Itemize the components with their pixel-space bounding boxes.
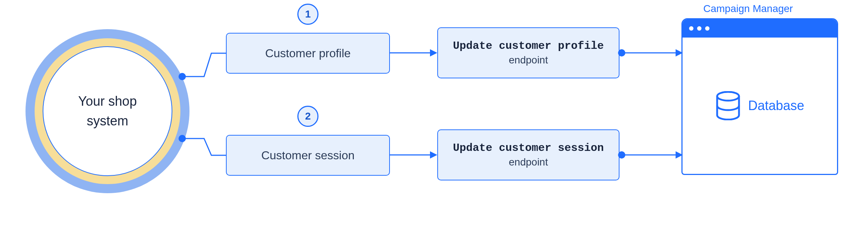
svg-marker-4 <box>430 151 437 159</box>
svg-marker-8 <box>676 151 683 159</box>
svg-marker-3 <box>430 49 437 56</box>
connector-source-to-profile <box>179 51 230 80</box>
arrow-endpoint1-to-db <box>617 47 683 58</box>
campaign-manager-window: Database <box>681 18 838 175</box>
box-label: Customer session <box>261 149 355 162</box>
window-dot-icon <box>705 26 709 31</box>
browser-titlebar <box>683 19 837 38</box>
endpoint-title: Update customer profile <box>453 40 604 52</box>
box-customer-session: Customer session <box>226 135 390 176</box>
box-label: Customer profile <box>265 47 351 60</box>
source-label-line1: Your shop <box>78 91 137 111</box>
browser-body: Database <box>683 38 837 174</box>
endpoint-title: Update customer session <box>453 142 604 154</box>
endpoint-sub: endpoint <box>509 54 548 66</box>
svg-marker-6 <box>676 49 683 56</box>
database-label: Database <box>748 98 804 113</box>
endpoint-sub: endpoint <box>509 156 548 168</box>
step-badge-1: 1 <box>297 4 318 25</box>
database-icon <box>715 91 741 120</box>
source-node-ring: Your shop system <box>35 38 180 184</box>
arrow-endpoint2-to-db <box>617 149 683 160</box>
step-badge-2: 2 <box>297 106 318 127</box>
box-customer-profile: Customer profile <box>226 33 390 74</box>
source-node-inner: Your shop system <box>43 46 172 176</box>
source-label-line2: system <box>87 111 128 131</box>
arrow-session-to-endpoint <box>390 149 437 160</box>
window-dot-icon <box>689 26 693 31</box>
endpoint-update-profile: Update customer profile endpoint <box>437 27 619 78</box>
connector-source-to-session <box>179 135 230 164</box>
source-node: Your shop system <box>26 29 189 193</box>
endpoint-update-session: Update customer session endpoint <box>437 129 619 180</box>
window-dot-icon <box>697 26 701 31</box>
arrow-profile-to-endpoint <box>390 47 437 58</box>
svg-point-0 <box>717 92 739 101</box>
campaign-manager-title: Campaign Manager <box>703 3 793 15</box>
